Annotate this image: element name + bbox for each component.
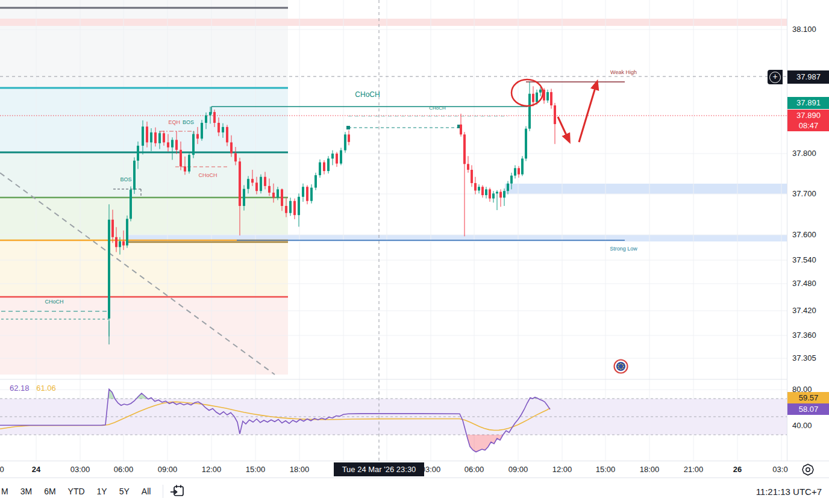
price-tick-label: 40.00 — [792, 420, 828, 431]
gear-glyph — [801, 463, 815, 476]
last-price-value: 37.890 — [787, 110, 829, 120]
crosshair-time-badge: Tue 24 Mar '26 23:30 — [334, 462, 424, 476]
zones-layer — [0, 0, 787, 375]
time-tick-label: 21:00 — [684, 465, 704, 474]
time-axis[interactable]: 02403:0006:0009:0012:0015:0018:0003:0006… — [0, 461, 829, 478]
time-tick-label: 03:00 — [70, 465, 90, 474]
price-axis[interactable]: 37.987 37.891 37.890 08:47 59.57 58.07 3… — [787, 0, 829, 461]
time-tick-label: 03:0 — [772, 465, 787, 474]
price-tick-label: 80.00 — [792, 384, 828, 395]
range-button-ytd[interactable]: YTD — [62, 483, 91, 500]
time-tick-label: 0 — [0, 465, 4, 474]
range-button-m[interactable]: M — [0, 483, 14, 500]
svg-text:CHoCH: CHoCH — [45, 299, 63, 305]
rsi-ma-value-label: 61.06 — [36, 384, 56, 393]
time-tick-label: 09:00 — [158, 465, 178, 474]
time-tick-label: 18:00 — [290, 465, 310, 474]
clock-label[interactable]: 11:21:13 UTC+7 — [756, 487, 822, 497]
time-tick-label: 12:00 — [552, 465, 572, 474]
price-tick-label: 38.100 — [792, 24, 828, 35]
eu-flag-event-icon[interactable] — [613, 359, 628, 374]
toolbar-divider — [163, 485, 163, 498]
rsi-value-label: 62.18 — [10, 384, 30, 393]
range-button-all[interactable]: All — [136, 483, 157, 500]
ask-price-badge: 37.891 — [787, 97, 829, 109]
crosshair-price-badge: 37.987 — [787, 70, 829, 84]
price-tick-label: 37.420 — [792, 305, 828, 316]
plus-circle-icon: + — [769, 72, 781, 83]
range-button-6m[interactable]: 6M — [38, 483, 61, 500]
svg-text:BOS: BOS — [120, 176, 131, 182]
bottom-toolbar: M3M6MYTD1Y5YAll 11:21:13 UTC+7 — [0, 478, 829, 504]
price-tick-label: 37.800 — [792, 148, 828, 159]
bar-countdown: 08:47 — [787, 120, 829, 131]
time-tick-label: 18:00 — [640, 465, 660, 474]
chart-svg: CHoCHCHoCHEQHBOSBOSCHoCHCHoCHWeak HighSt… — [0, 0, 787, 461]
last-price-badge: 37.890 08:47 — [787, 110, 829, 131]
time-tick-label: 09:00 — [508, 465, 528, 474]
time-tick-label: 12:00 — [202, 465, 222, 474]
time-tick-label: 26 — [733, 465, 742, 474]
rsi-band-layer — [0, 399, 787, 435]
time-tick-label: 06:00 — [114, 465, 134, 474]
time-tick-label: 15:00 — [246, 465, 266, 474]
range-button-3m[interactable]: 3M — [14, 483, 38, 500]
chart-canvas[interactable]: CHoCHCHoCHEQHBOSBOSCHoCHCHoCHWeak HighSt… — [0, 0, 787, 461]
price-tick-label: 37.600 — [792, 229, 828, 240]
svg-text:Strong Low: Strong Low — [610, 246, 637, 252]
time-tick-label: 06:00 — [465, 465, 484, 474]
indicator-legend[interactable]: 62.18 61.06 — [10, 384, 56, 393]
rsi-value-badge: 58.07 — [787, 403, 829, 415]
go-to-date-button[interactable] — [169, 484, 187, 499]
trading-chart-app: CHoCHCHoCHEQHBOSBOSCHoCHCHoCHWeak HighSt… — [0, 0, 829, 504]
date-range-buttons: M3M6MYTD1Y5YAll — [0, 483, 157, 500]
range-button-5y[interactable]: 5Y — [113, 483, 136, 500]
range-button-1y[interactable]: 1Y — [91, 483, 113, 500]
svg-text:CHoCH: CHoCH — [198, 172, 217, 178]
calendar-arrow-icon — [169, 484, 186, 499]
price-tick-label: 37.305 — [792, 353, 828, 364]
price-tick-label: 37.360 — [792, 330, 828, 341]
time-tick-label: 15:00 — [596, 465, 616, 474]
price-tick-label: 37.480 — [792, 278, 828, 289]
add-alert-plus-button[interactable]: + — [768, 70, 783, 84]
price-tick-label: 37.540 — [792, 255, 828, 266]
svg-text:CHoCH: CHoCH — [355, 90, 380, 99]
svg-text:CHoCH: CHoCH — [429, 105, 446, 111]
time-tick-label: 24 — [32, 465, 40, 474]
axis-settings-gear-icon[interactable] — [801, 463, 815, 476]
price-tick-label: 37.700 — [792, 188, 828, 199]
eu-flag-graphic — [613, 359, 628, 374]
svg-text:BOS: BOS — [183, 119, 194, 125]
svg-text:EQH: EQH — [168, 119, 180, 125]
svg-text:Weak High: Weak High — [610, 69, 637, 75]
